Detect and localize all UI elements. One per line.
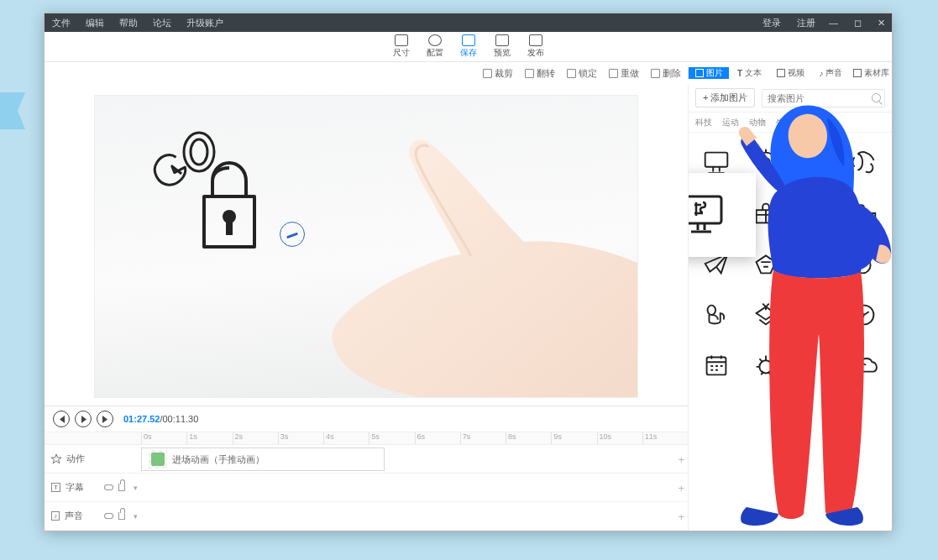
ruler-tick: 3s — [278, 432, 323, 444]
menu-help[interactable]: 帮助 — [112, 17, 145, 29]
eye-icon[interactable] — [104, 513, 113, 519]
window-buttons: — ◻ ✕ — [822, 18, 892, 29]
publish-button[interactable]: 发布 — [527, 34, 544, 59]
size-icon — [395, 34, 408, 46]
config-button[interactable]: 配置 — [427, 34, 443, 59]
add-sound-button[interactable]: + — [678, 510, 684, 522]
asset-item[interactable] — [794, 243, 836, 285]
config-icon — [428, 34, 442, 46]
subtitle-icon: T — [51, 483, 60, 492]
menubar: 文件 编辑 帮助 论坛 升级账户 — [45, 17, 231, 29]
flip-button[interactable]: 翻转 — [525, 67, 555, 80]
asset-item[interactable] — [843, 192, 886, 235]
minimize-button[interactable]: — — [822, 18, 845, 28]
asset-item[interactable] — [695, 294, 738, 337]
tab-video[interactable]: 视频 — [770, 67, 810, 79]
asset-item[interactable] — [843, 141, 886, 184]
sound-icon: ♪ — [51, 511, 60, 521]
side-tabs: 图片 T文本 视频 ♪声音 素材库 — [688, 67, 892, 79]
timeline-ruler[interactable]: 0s 1s 2s 3s 4s 5s 6s 7s 8s 9s 10s 11s — [45, 432, 688, 445]
app-window: 文件 编辑 帮助 论坛 升级账户 登录 注册 — ◻ ✕ 尺寸 配置 保存 预览… — [44, 13, 893, 531]
close-button[interactable]: ✕ — [871, 18, 892, 28]
add-subtitle-button[interactable]: + — [678, 481, 684, 494]
svg-rect-4 — [689, 196, 721, 223]
publish-icon — [529, 34, 542, 46]
asset-item[interactable] — [794, 294, 836, 337]
svg-point-11 — [806, 255, 824, 273]
svg-point-8 — [811, 164, 814, 166]
track-sound-lane[interactable]: + — [141, 502, 688, 530]
ruler-tick: 8s — [506, 432, 551, 444]
ruler-tick: 10s — [597, 432, 642, 444]
cat-life[interactable]: 生活 — [776, 117, 793, 128]
menu-upgrade[interactable]: 升级账户 — [179, 17, 231, 29]
eye-icon[interactable] — [104, 484, 113, 490]
asset-item[interactable] — [794, 344, 836, 387]
star-icon — [51, 454, 61, 464]
play-button[interactable] — [75, 411, 92, 427]
animation-clip[interactable]: 进场动画（手推动画） — [141, 447, 385, 471]
save-button[interactable]: 保存 — [460, 34, 477, 59]
tab-audio[interactable]: ♪声音 — [810, 67, 851, 79]
flip-icon — [525, 69, 534, 78]
titlebar: 文件 编辑 帮助 论坛 升级账户 登录 注册 — ◻ ✕ — [45, 13, 892, 32]
svg-point-6 — [756, 153, 775, 172]
register-link[interactable]: 注册 — [790, 18, 822, 28]
asset-item[interactable] — [843, 243, 886, 285]
tab-library[interactable]: 素材库 — [852, 67, 892, 79]
size-button[interactable]: 尺寸 — [393, 34, 410, 59]
ruler-tick: 2s — [233, 432, 278, 444]
menu-file[interactable]: 文件 — [45, 17, 78, 29]
menu-forum[interactable]: 论坛 — [145, 17, 179, 29]
cat-tech[interactable]: 科技 — [695, 117, 712, 128]
reset-icon — [609, 69, 618, 78]
lock-icon[interactable] — [118, 484, 125, 491]
ruler-tick: 9s — [551, 432, 596, 444]
category-bar: 科技 运动 动物 生活 更多 ▾ — [689, 113, 892, 133]
lock-icon — [567, 69, 576, 78]
cat-sport[interactable]: 运动 — [722, 117, 739, 128]
chevron-down-icon[interactable]: ▾ — [134, 484, 138, 492]
svg-rect-5 — [705, 153, 728, 167]
svg-rect-3 — [226, 220, 233, 235]
ruler-tick: 0s — [141, 432, 186, 444]
canvas[interactable] — [95, 96, 637, 397]
tab-text[interactable]: T文本 — [729, 67, 769, 79]
delete-button[interactable]: 删除 — [651, 67, 681, 80]
skip-start-button[interactable] — [53, 411, 70, 427]
cat-animal[interactable]: 动物 — [749, 117, 766, 128]
asset-item[interactable] — [745, 344, 788, 387]
reset-button[interactable]: 重做 — [609, 67, 639, 80]
search-wrap — [762, 89, 885, 107]
crop-button[interactable]: 裁剪 — [483, 67, 513, 80]
asset-item[interactable] — [843, 294, 886, 337]
track-action-lane[interactable]: 进场动画（手推动画） + — [141, 445, 688, 473]
add-image-button[interactable]: + 添加图片 — [695, 88, 755, 107]
asset-item[interactable] — [843, 344, 886, 387]
maximize-button[interactable]: ◻ — [847, 18, 868, 28]
menu-edit[interactable]: 编辑 — [78, 17, 112, 29]
svg-point-16 — [759, 361, 772, 374]
preview-button[interactable]: 预览 — [494, 34, 511, 59]
add-action-button[interactable]: + — [678, 453, 684, 465]
lock-icon[interactable] — [118, 512, 125, 520]
search-icon[interactable] — [872, 93, 881, 102]
search-input[interactable] — [762, 89, 885, 107]
skip-end-button[interactable] — [97, 411, 113, 427]
asset-item[interactable] — [794, 192, 836, 235]
cat-more[interactable]: 更多 ▾ — [803, 117, 826, 128]
tab-image[interactable]: 图片 — [689, 67, 729, 79]
track-subtitle-lane[interactable]: + — [141, 474, 688, 501]
chevron-down-icon[interactable]: ▾ — [134, 512, 138, 521]
time-display: 01:27.52/00:11.30 — [123, 414, 198, 424]
crop-icon — [483, 69, 492, 78]
clip-label: 进场动画（手推动画） — [172, 453, 265, 466]
svg-point-12 — [854, 258, 870, 274]
action-bar: 裁剪 翻转 锁定 重做 删除 图片 T文本 视频 ♪声音 素材库 — [45, 62, 892, 84]
asset-item[interactable] — [794, 141, 836, 184]
svg-rect-10 — [805, 208, 825, 221]
asset-item[interactable] — [745, 294, 788, 337]
lock-button[interactable]: 锁定 — [567, 67, 597, 80]
login-link[interactable]: 登录 — [756, 18, 788, 28]
asset-item[interactable] — [695, 344, 738, 387]
